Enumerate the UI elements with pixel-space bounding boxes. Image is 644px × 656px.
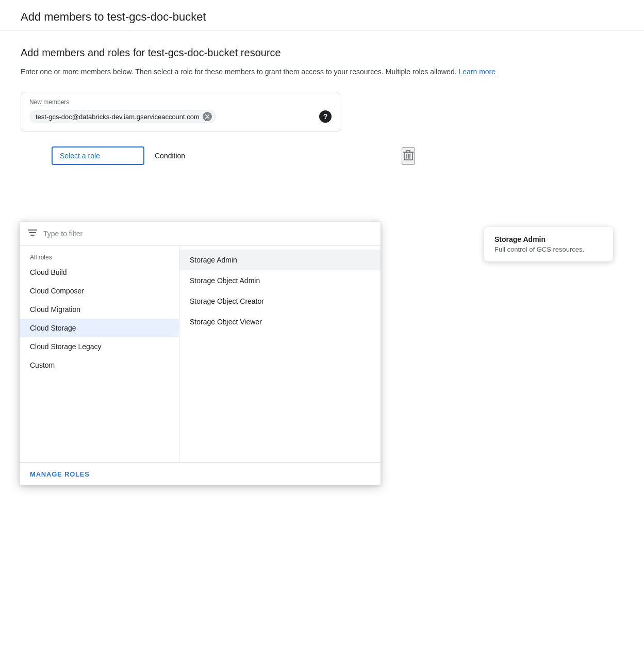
role-dropdown: All roles Cloud Build Cloud Composer Clo… <box>20 222 381 485</box>
filter-row <box>20 222 381 245</box>
right-item-storage-object-creator[interactable]: Storage Object Creator <box>179 291 381 311</box>
section-title: Add members and roles for test-gcs-doc-b… <box>21 47 623 59</box>
role-row: Select a role Condition <box>21 146 623 165</box>
left-item-custom[interactable]: Custom <box>20 356 179 374</box>
right-item-storage-object-admin[interactable]: Storage Object Admin <box>179 270 381 291</box>
tooltip-title: Storage Admin <box>494 235 603 243</box>
select-role-label: Select a role <box>60 152 100 160</box>
filter-input[interactable] <box>43 229 372 238</box>
select-role-button[interactable]: Select a role <box>52 146 144 165</box>
tooltip-card: Storage Admin Full control of GCS resour… <box>484 227 613 261</box>
manage-roles-button[interactable]: MANAGE ROLES <box>30 470 90 478</box>
delete-role-button[interactable] <box>402 147 415 165</box>
description: Enter one or more members below. Then se… <box>21 66 623 77</box>
filter-icon <box>28 228 37 239</box>
left-item-cloud-storage[interactable]: Cloud Storage <box>20 319 179 337</box>
chip-close-button[interactable] <box>203 112 212 121</box>
left-item-cloud-build[interactable]: Cloud Build <box>20 263 179 282</box>
right-item-storage-object-viewer[interactable]: Storage Object Viewer <box>179 311 381 332</box>
description-text: Enter one or more members below. Then se… <box>21 68 458 76</box>
members-input-row: test-gcs-doc@databricks-dev.iam.gservice… <box>29 110 332 123</box>
left-panel-header: All roles <box>20 250 179 263</box>
left-panel: All roles Cloud Build Cloud Composer Clo… <box>20 245 179 462</box>
main-content: Add members and roles for test-gcs-doc-b… <box>0 30 644 192</box>
left-item-cloud-migration[interactable]: Cloud Migration <box>20 300 179 319</box>
member-chip: test-gcs-doc@databricks-dev.iam.gservice… <box>29 110 216 123</box>
left-item-cloud-composer[interactable]: Cloud Composer <box>20 282 179 300</box>
right-item-storage-admin[interactable]: Storage Admin <box>179 250 381 270</box>
tooltip-description: Full control of GCS resources. <box>494 245 603 253</box>
right-panel: Storage Admin Storage Object Admin Stora… <box>179 245 381 462</box>
dropdown-body: All roles Cloud Build Cloud Composer Clo… <box>20 245 381 462</box>
page-title: Add members to test-gcs-doc-bucket <box>21 10 623 24</box>
member-chip-email: test-gcs-doc@databricks-dev.iam.gservice… <box>36 113 200 121</box>
learn-more-link[interactable]: Learn more <box>458 68 496 76</box>
left-item-cloud-storage-legacy[interactable]: Cloud Storage Legacy <box>20 337 179 356</box>
new-members-label: New members <box>29 99 332 106</box>
condition-label: Condition <box>155 152 185 160</box>
dropdown-footer: MANAGE ROLES <box>20 462 381 485</box>
help-icon[interactable]: ? <box>319 110 332 123</box>
new-members-section: New members test-gcs-doc@databricks-dev.… <box>21 92 340 132</box>
page-header: Add members to test-gcs-doc-bucket <box>0 0 644 30</box>
